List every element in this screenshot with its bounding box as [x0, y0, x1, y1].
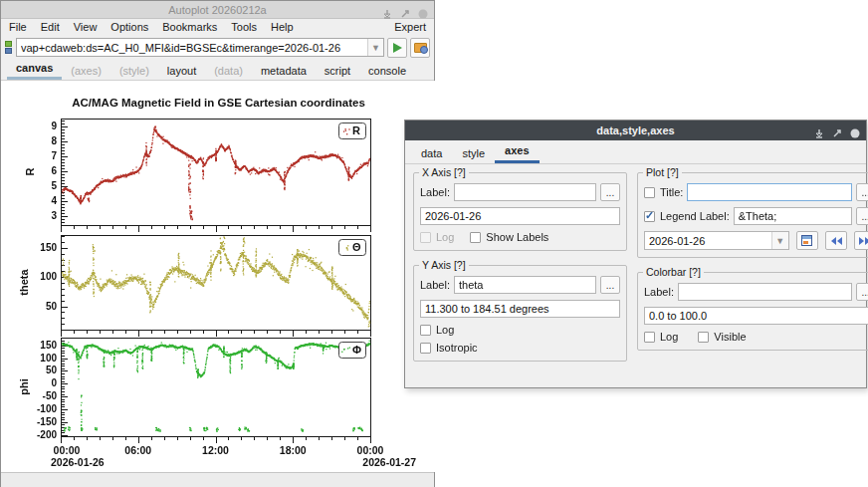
plot-group: Plot [?] Title: ... Legend Label: ... 20… [637, 172, 868, 258]
tab-layout[interactable]: layout [158, 62, 205, 80]
x-axis-label-field[interactable] [454, 183, 596, 201]
y-axis-label-more-button[interactable]: ... [600, 276, 620, 294]
x-axis-range-field[interactable] [420, 207, 620, 225]
main-tab-bar: canvas (axes) (style) layout (data) meta… [1, 60, 434, 81]
colorbar-label-caption: Label: [644, 286, 674, 298]
legend-label-more-button[interactable]: ... [856, 207, 868, 225]
plot-title-more-button[interactable]: ... [856, 183, 868, 201]
dialog-titlebar[interactable]: data,style,axes [405, 121, 866, 140]
colorbar-heading: Colorbar [?] [643, 266, 704, 278]
colorbar-group: Colorbar [?] Label: ... Log Visible [637, 272, 868, 351]
step-back-icon [829, 236, 843, 246]
play-icon [393, 43, 402, 53]
menu-edit[interactable]: Edit [41, 21, 60, 33]
tab-axes[interactable]: (axes) [62, 62, 110, 80]
y-axis-group: Y Axis [?] Label: ... Log Isotropic [413, 265, 627, 362]
menu-help[interactable]: Help [271, 21, 294, 33]
menu-view[interactable]: View [74, 21, 98, 33]
step-forward-button[interactable] [854, 231, 868, 250]
y-axis-log-checkbox[interactable]: Log [420, 324, 454, 336]
magnetic-field-plot[interactable] [1, 81, 436, 472]
dialog-pin-icon[interactable] [814, 124, 824, 134]
step-back-button[interactable] [825, 231, 847, 250]
plot-go-button[interactable] [387, 38, 407, 58]
detach-icon[interactable] [400, 5, 410, 15]
dialog-tab-axes[interactable]: axes [495, 140, 539, 163]
status-bar [1, 472, 434, 487]
dialog-title: data,style,axes [405, 124, 866, 136]
colorbar-label-more-button[interactable]: ... [856, 283, 868, 301]
menu-options[interactable]: Options [110, 21, 148, 33]
x-axis-label-more-button[interactable]: ... [600, 183, 620, 201]
dialog-tab-bar: data style axes [405, 140, 866, 164]
colorbar-visible-checkbox[interactable]: Visible [698, 331, 746, 343]
tab-style[interactable]: (style) [110, 62, 158, 80]
colorbar-log-checkbox[interactable]: Log [644, 331, 678, 343]
legend-label-checkbox[interactable]: Legend Label: [644, 210, 730, 222]
window-title: Autoplot 20260212a [1, 4, 434, 16]
status-led-icon [5, 41, 13, 55]
browse-icon [414, 43, 427, 53]
y-axis-isotropic-checkbox[interactable]: Isotropic [420, 342, 478, 354]
menu-file[interactable]: File [9, 21, 27, 33]
legend-label-field[interactable] [734, 207, 852, 225]
address-toolbar: ▼ [1, 35, 434, 60]
dialog-close-icon[interactable] [850, 124, 860, 134]
timerange-combobox[interactable]: 2026-01-26 ▼ [644, 231, 789, 250]
y-axis-heading: Y Axis [?] [419, 259, 469, 271]
tab-data[interactable]: (data) [205, 62, 252, 80]
x-axis-show-labels-checkbox[interactable]: Show Labels [470, 231, 548, 243]
y-axis-label-caption: Label: [420, 279, 450, 291]
menubar: File Edit View Options Bookmarks Tools H… [1, 19, 434, 35]
colorbar-range-field[interactable] [644, 307, 868, 325]
dialog-tab-data[interactable]: data [411, 143, 452, 163]
menu-bookmarks[interactable]: Bookmarks [162, 21, 217, 33]
timerange-chevron-icon: ▼ [771, 232, 788, 249]
menu-tools[interactable]: Tools [231, 21, 257, 33]
inspect-uri-button[interactable] [410, 38, 430, 58]
tab-console[interactable]: console [359, 62, 415, 80]
plot-heading: Plot [?] [643, 166, 682, 178]
tab-canvas[interactable]: canvas [7, 59, 62, 80]
uri-input[interactable] [17, 42, 367, 54]
x-axis-heading: X Axis [?] [419, 166, 469, 178]
uri-dropdown-chevron-icon[interactable]: ▼ [367, 39, 383, 56]
y-axis-label-field[interactable] [454, 276, 596, 294]
colorbar-label-field[interactable] [678, 283, 852, 301]
window-titlebar[interactable]: Autoplot 20260212a [1, 1, 434, 19]
y-axis-range-field[interactable] [420, 300, 620, 318]
plot-title: AC/MAG Magnetic Field in GSE Cartesian c… [1, 97, 436, 109]
expert-menu[interactable]: Expert [394, 21, 426, 33]
timerange-tool-button[interactable] [796, 231, 818, 250]
x-axis-log-checkbox[interactable]: Log [420, 231, 454, 243]
window-menu-icon[interactable] [418, 5, 428, 15]
tab-metadata[interactable]: metadata [252, 62, 316, 80]
plot-title-field[interactable] [687, 183, 851, 201]
x-axis-group: X Axis [?] Label: ... Log Show Labels [413, 172, 627, 251]
plot-title-checkbox[interactable]: Title: [644, 186, 683, 198]
x-axis-label-caption: Label: [420, 186, 450, 198]
autoplot-window: Autoplot 20260212a File Edit View Option… [0, 0, 435, 487]
dialog-tab-style[interactable]: style [452, 143, 495, 163]
pin-icon[interactable] [382, 5, 392, 15]
step-forward-icon [858, 236, 868, 246]
properties-dialog: data,style,axes data style axes X Axis [… [404, 120, 867, 388]
plot-canvas-area: AC/MAG Magnetic Field in GSE Cartesian c… [1, 81, 434, 472]
tab-script[interactable]: script [316, 62, 359, 80]
calendar-icon [801, 235, 812, 246]
dialog-detach-icon[interactable] [832, 124, 842, 134]
